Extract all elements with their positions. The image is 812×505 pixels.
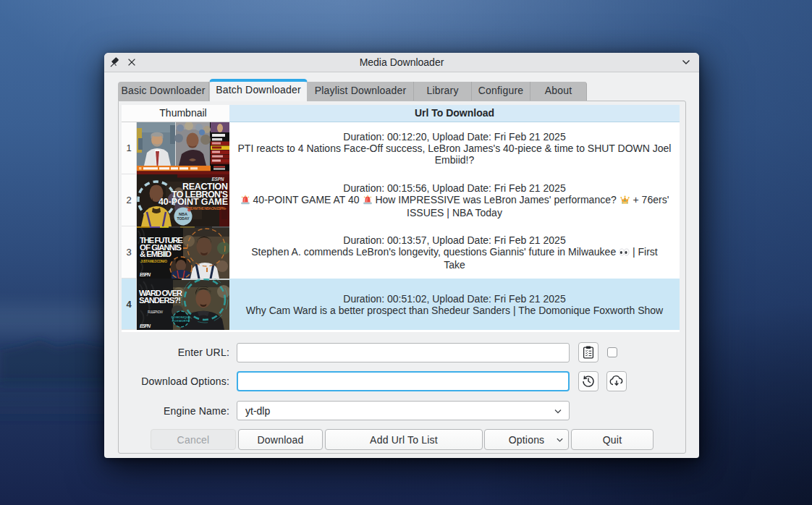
svg-text:ESPN: ESPN [140, 323, 151, 328]
svg-text:SANDERS?!: SANDERS?! [139, 296, 181, 305]
svg-text:TODAY: TODAY [177, 216, 190, 221]
svg-text:ESPN: ESPN [140, 272, 151, 277]
svg-text:FOXWORTH: FOXWORTH [172, 319, 190, 323]
svg-text:STREAM THE NBA ON ESPN+: STREAM THE NBA ON ESPN+ [185, 206, 227, 211]
svg-text:FULL EP NOW: FULL EP NOW [148, 310, 163, 314]
svg-text:& EMBIID: & EMBIID [140, 250, 172, 258]
svg-text:JUST A WILD CONVO: JUST A WILD CONVO [140, 260, 167, 263]
svg-text:ESPN: ESPN [212, 177, 224, 182]
